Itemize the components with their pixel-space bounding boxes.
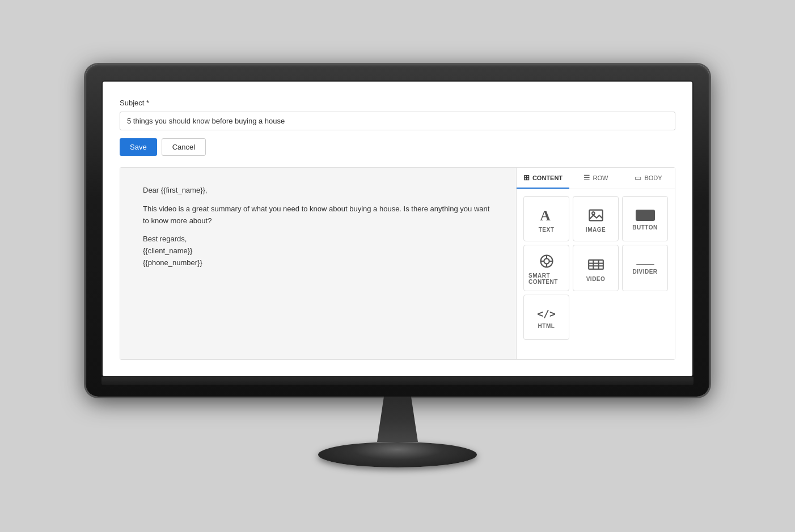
svg-rect-1 <box>589 210 602 220</box>
tab-row[interactable]: ☰ ROW <box>569 168 622 189</box>
html-block-label: HTML <box>538 323 555 329</box>
svg-point-4 <box>544 258 549 263</box>
subject-label: Subject * <box>120 99 675 107</box>
image-block-icon <box>588 207 604 223</box>
svg-point-2 <box>592 212 595 215</box>
image-block-label: IMAGE <box>586 227 606 233</box>
video-block-label: VIDEO <box>586 276 606 282</box>
block-text[interactable]: A TEXT <box>523 196 569 241</box>
monitor-base <box>318 442 477 467</box>
button-block-label: BUTTON <box>632 224 657 231</box>
divider-block-icon <box>636 264 654 265</box>
block-html[interactable]: </> HTML <box>523 295 569 340</box>
tab-content-label: CONTENT <box>532 175 563 181</box>
tab-row-label: ROW <box>593 175 608 181</box>
svg-text:A: A <box>540 207 551 223</box>
tab-content[interactable]: ⊞ CONTENT <box>517 168 569 189</box>
body-tab-icon: ▭ <box>635 173 641 182</box>
tab-body-label: BODY <box>644 175 662 181</box>
email-preview: Dear {{first_name}}, This video is a gre… <box>120 168 516 359</box>
block-smart-content[interactable]: SMART CONTENT <box>523 245 569 291</box>
content-tab-icon: ⊞ <box>523 173 530 182</box>
button-row: Save Cancel <box>120 138 675 156</box>
divider-block-label: DIVIDER <box>632 269 657 275</box>
content-blocks: A TEXT <box>517 189 675 347</box>
sidebar-panel: ⊞ CONTENT ☰ ROW ▭ BODY <box>516 168 675 359</box>
smart-content-block-label: SMART CONTENT <box>528 273 564 285</box>
monitor-screen: Subject * Save Cancel Dear {{first_name}… <box>102 80 693 377</box>
block-button[interactable]: BUTTON <box>622 196 668 241</box>
save-button[interactable]: Save <box>120 138 157 156</box>
svg-rect-9 <box>589 259 603 269</box>
video-block-icon <box>588 257 604 273</box>
button-block-icon <box>636 210 655 221</box>
editor-area: Dear {{first_name}}, This video is a gre… <box>120 167 675 360</box>
cancel-button[interactable]: Cancel <box>162 138 206 156</box>
email-signature: Best regards, {{client_name}} {{phone_nu… <box>143 233 493 269</box>
screen-content: Subject * Save Cancel Dear {{first_name}… <box>103 82 692 376</box>
row-tab-icon: ☰ <box>583 173 590 182</box>
monitor-frame: Subject * Save Cancel Dear {{first_name}… <box>86 65 709 397</box>
block-image[interactable]: IMAGE <box>573 196 619 241</box>
tab-body[interactable]: ▭ BODY <box>622 168 675 189</box>
email-body: This video is a great summary of what yo… <box>143 203 493 227</box>
text-block-label: TEXT <box>539 227 555 233</box>
subject-input[interactable] <box>120 112 675 130</box>
monitor-wrapper: Subject * Save Cancel Dear {{first_name}… <box>86 65 709 467</box>
monitor-neck <box>363 397 432 442</box>
block-video[interactable]: VIDEO <box>573 245 619 291</box>
monitor-bottom-bar <box>102 377 693 385</box>
smart-content-block-icon <box>539 253 555 269</box>
sidebar-tabs: ⊞ CONTENT ☰ ROW ▭ BODY <box>517 168 675 189</box>
text-block-icon: A <box>539 207 555 223</box>
block-divider[interactable]: DIVIDER <box>622 245 668 291</box>
html-block-icon: </> <box>537 308 556 320</box>
email-greeting: Dear {{first_name}}, <box>143 185 493 197</box>
